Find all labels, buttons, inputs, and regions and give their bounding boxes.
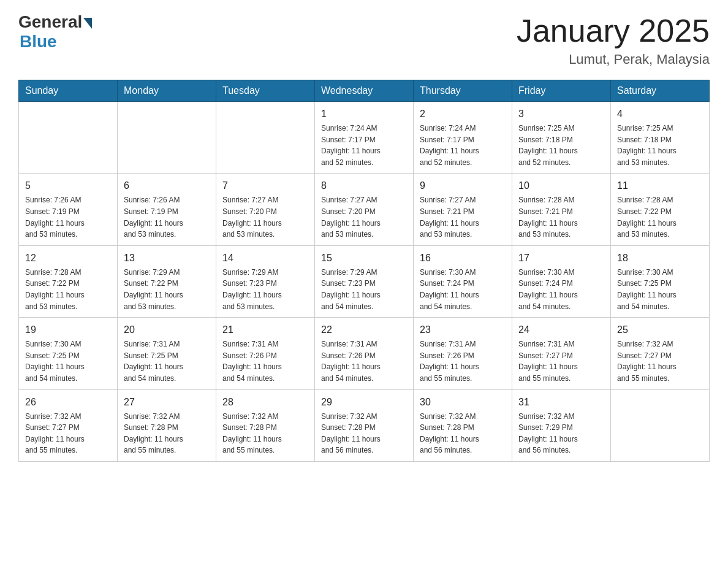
- logo: General Blue: [18, 12, 92, 52]
- weekday-header-wednesday: Wednesday: [315, 80, 414, 102]
- calendar-cell: 20Sunrise: 7:31 AM Sunset: 7:25 PM Dayli…: [118, 318, 216, 389]
- calendar-cell: 25Sunrise: 7:32 AM Sunset: 7:27 PM Dayli…: [611, 318, 710, 389]
- day-number: 31: [518, 395, 604, 410]
- calendar-cell: 1Sunrise: 7:24 AM Sunset: 7:17 PM Daylig…: [315, 102, 414, 174]
- month-title: January 2025: [517, 12, 710, 49]
- day-number: 7: [222, 178, 308, 193]
- calendar-cell: [216, 102, 315, 174]
- week-row-4: 19Sunrise: 7:30 AM Sunset: 7:25 PM Dayli…: [19, 318, 710, 389]
- day-number: 12: [25, 251, 111, 266]
- calendar-cell: 19Sunrise: 7:30 AM Sunset: 7:25 PM Dayli…: [19, 318, 118, 389]
- day-number: 27: [124, 395, 210, 410]
- calendar-cell: 14Sunrise: 7:29 AM Sunset: 7:23 PM Dayli…: [216, 245, 315, 317]
- calendar-cell: [611, 389, 710, 461]
- weekday-header-sunday: Sunday: [19, 80, 118, 102]
- week-row-3: 12Sunrise: 7:28 AM Sunset: 7:22 PM Dayli…: [19, 245, 710, 317]
- day-number: 23: [420, 323, 506, 337]
- cell-content: Sunrise: 7:28 AM Sunset: 7:22 PM Dayligh…: [25, 267, 111, 312]
- cell-content: Sunrise: 7:27 AM Sunset: 7:21 PM Dayligh…: [420, 194, 506, 240]
- cell-content: Sunrise: 7:30 AM Sunset: 7:24 PM Dayligh…: [420, 267, 506, 312]
- day-number: 19: [25, 323, 111, 337]
- day-number: 2: [420, 107, 506, 121]
- calendar-cell: 12Sunrise: 7:28 AM Sunset: 7:22 PM Dayli…: [19, 245, 118, 317]
- calendar-cell: 27Sunrise: 7:32 AM Sunset: 7:28 PM Dayli…: [118, 389, 216, 461]
- calendar-cell: 22Sunrise: 7:31 AM Sunset: 7:26 PM Dayli…: [315, 318, 414, 389]
- calendar-cell: 4Sunrise: 7:25 AM Sunset: 7:18 PM Daylig…: [611, 102, 710, 174]
- calendar-cell: 5Sunrise: 7:26 AM Sunset: 7:19 PM Daylig…: [19, 174, 118, 245]
- day-number: 11: [617, 178, 703, 193]
- calendar-cell: 26Sunrise: 7:32 AM Sunset: 7:27 PM Dayli…: [19, 389, 118, 461]
- cell-content: Sunrise: 7:26 AM Sunset: 7:19 PM Dayligh…: [25, 194, 111, 240]
- day-number: 5: [25, 178, 111, 193]
- week-row-5: 26Sunrise: 7:32 AM Sunset: 7:27 PM Dayli…: [19, 389, 710, 461]
- day-number: 17: [518, 251, 604, 266]
- calendar-cell: 31Sunrise: 7:32 AM Sunset: 7:29 PM Dayli…: [512, 389, 611, 461]
- calendar-table: SundayMondayTuesdayWednesdayThursdayFrid…: [18, 80, 710, 462]
- cell-content: Sunrise: 7:31 AM Sunset: 7:25 PM Dayligh…: [124, 339, 210, 384]
- calendar-cell: 23Sunrise: 7:31 AM Sunset: 7:26 PM Dayli…: [414, 318, 512, 389]
- cell-content: Sunrise: 7:25 AM Sunset: 7:18 PM Dayligh…: [518, 123, 604, 168]
- calendar-cell: 18Sunrise: 7:30 AM Sunset: 7:25 PM Dayli…: [611, 245, 710, 317]
- calendar-cell: [118, 102, 216, 174]
- weekday-header-tuesday: Tuesday: [216, 80, 315, 102]
- day-number: 29: [321, 395, 407, 410]
- day-number: 14: [222, 251, 308, 266]
- cell-content: Sunrise: 7:31 AM Sunset: 7:26 PM Dayligh…: [222, 339, 308, 384]
- day-number: 22: [321, 323, 407, 337]
- calendar-cell: 30Sunrise: 7:32 AM Sunset: 7:28 PM Dayli…: [414, 389, 512, 461]
- calendar-cell: 3Sunrise: 7:25 AM Sunset: 7:18 PM Daylig…: [512, 102, 611, 174]
- calendar-cell: 15Sunrise: 7:29 AM Sunset: 7:23 PM Dayli…: [315, 245, 414, 317]
- cell-content: Sunrise: 7:29 AM Sunset: 7:22 PM Dayligh…: [124, 267, 210, 312]
- cell-content: Sunrise: 7:30 AM Sunset: 7:25 PM Dayligh…: [25, 339, 111, 384]
- calendar-cell: 13Sunrise: 7:29 AM Sunset: 7:22 PM Dayli…: [118, 245, 216, 317]
- cell-content: Sunrise: 7:32 AM Sunset: 7:28 PM Dayligh…: [321, 411, 407, 456]
- cell-content: Sunrise: 7:30 AM Sunset: 7:25 PM Dayligh…: [617, 267, 703, 312]
- cell-content: Sunrise: 7:24 AM Sunset: 7:17 PM Dayligh…: [420, 123, 506, 168]
- cell-content: Sunrise: 7:31 AM Sunset: 7:27 PM Dayligh…: [518, 339, 604, 384]
- cell-content: Sunrise: 7:31 AM Sunset: 7:26 PM Dayligh…: [321, 339, 407, 384]
- cell-content: Sunrise: 7:29 AM Sunset: 7:23 PM Dayligh…: [222, 267, 308, 312]
- calendar-cell: 6Sunrise: 7:26 AM Sunset: 7:19 PM Daylig…: [118, 174, 216, 245]
- calendar-cell: 28Sunrise: 7:32 AM Sunset: 7:28 PM Dayli…: [216, 389, 315, 461]
- calendar-header-row: SundayMondayTuesdayWednesdayThursdayFrid…: [19, 80, 710, 102]
- day-number: 4: [617, 107, 703, 121]
- day-number: 28: [222, 395, 308, 410]
- logo-general-text: General: [18, 12, 82, 32]
- calendar-cell: 29Sunrise: 7:32 AM Sunset: 7:28 PM Dayli…: [315, 389, 414, 461]
- cell-content: Sunrise: 7:29 AM Sunset: 7:23 PM Dayligh…: [321, 267, 407, 312]
- calendar-cell: 8Sunrise: 7:27 AM Sunset: 7:20 PM Daylig…: [315, 174, 414, 245]
- page-header: General Blue January 2025 Lumut, Perak, …: [18, 12, 710, 67]
- calendar-cell: 24Sunrise: 7:31 AM Sunset: 7:27 PM Dayli…: [512, 318, 611, 389]
- cell-content: Sunrise: 7:32 AM Sunset: 7:29 PM Dayligh…: [518, 411, 604, 456]
- cell-content: Sunrise: 7:30 AM Sunset: 7:24 PM Dayligh…: [518, 267, 604, 312]
- day-number: 21: [222, 323, 308, 337]
- day-number: 20: [124, 323, 210, 337]
- day-number: 13: [124, 251, 210, 266]
- cell-content: Sunrise: 7:32 AM Sunset: 7:27 PM Dayligh…: [617, 339, 703, 384]
- cell-content: Sunrise: 7:32 AM Sunset: 7:27 PM Dayligh…: [25, 411, 111, 456]
- week-row-1: 1Sunrise: 7:24 AM Sunset: 7:17 PM Daylig…: [19, 102, 710, 174]
- calendar-cell: [19, 102, 118, 174]
- day-number: 24: [518, 323, 604, 337]
- cell-content: Sunrise: 7:32 AM Sunset: 7:28 PM Dayligh…: [222, 411, 308, 456]
- cell-content: Sunrise: 7:27 AM Sunset: 7:20 PM Dayligh…: [222, 194, 308, 240]
- cell-content: Sunrise: 7:28 AM Sunset: 7:22 PM Dayligh…: [617, 194, 703, 240]
- calendar-cell: 21Sunrise: 7:31 AM Sunset: 7:26 PM Dayli…: [216, 318, 315, 389]
- calendar-cell: 17Sunrise: 7:30 AM Sunset: 7:24 PM Dayli…: [512, 245, 611, 317]
- calendar-cell: 9Sunrise: 7:27 AM Sunset: 7:21 PM Daylig…: [414, 174, 512, 245]
- logo-blue-text: Blue: [20, 32, 57, 52]
- cell-content: Sunrise: 7:27 AM Sunset: 7:20 PM Dayligh…: [321, 194, 407, 240]
- week-row-2: 5Sunrise: 7:26 AM Sunset: 7:19 PM Daylig…: [19, 174, 710, 245]
- cell-content: Sunrise: 7:28 AM Sunset: 7:21 PM Dayligh…: [518, 194, 604, 240]
- cell-content: Sunrise: 7:31 AM Sunset: 7:26 PM Dayligh…: [420, 339, 506, 384]
- title-section: January 2025 Lumut, Perak, Malaysia: [517, 12, 710, 67]
- day-number: 18: [617, 251, 703, 266]
- calendar-cell: 11Sunrise: 7:28 AM Sunset: 7:22 PM Dayli…: [611, 174, 710, 245]
- day-number: 3: [518, 107, 604, 121]
- calendar-cell: 7Sunrise: 7:27 AM Sunset: 7:20 PM Daylig…: [216, 174, 315, 245]
- logo-triangle-icon: [83, 18, 92, 29]
- cell-content: Sunrise: 7:32 AM Sunset: 7:28 PM Dayligh…: [124, 411, 210, 456]
- day-number: 10: [518, 178, 604, 193]
- calendar-cell: 16Sunrise: 7:30 AM Sunset: 7:24 PM Dayli…: [414, 245, 512, 317]
- cell-content: Sunrise: 7:26 AM Sunset: 7:19 PM Dayligh…: [124, 194, 210, 240]
